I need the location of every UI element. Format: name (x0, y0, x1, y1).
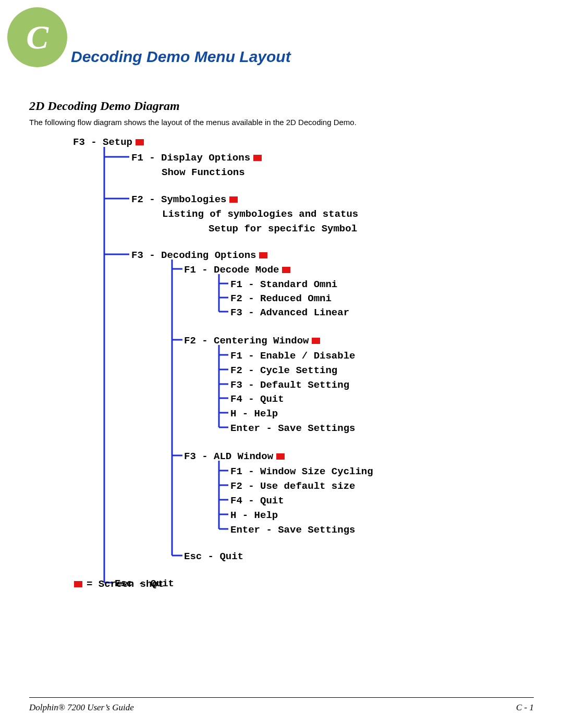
screenshot-marker-icon (259, 252, 267, 258)
tree-node-l1_f1s: Show Functions (162, 167, 245, 178)
tree-node-l1_f1: F1 - Display Options (131, 152, 262, 164)
screenshot-marker-icon (229, 196, 238, 203)
legend-text: = Screen shot (87, 578, 164, 590)
tree-node-l3_c4: H - Help (230, 510, 278, 521)
menu-tree-diagram: F3 - SetupF1 - Display OptionsShow Funct… (73, 137, 500, 579)
tree-node-l2_f1: F1 - Decode Mode (184, 264, 290, 276)
tree-node-l3_b1: F1 - Enable / Disable (230, 350, 355, 362)
intro-text: The following flow diagram shows the lay… (29, 118, 357, 127)
tree-node-root: F3 - Setup (73, 137, 144, 148)
legend: = Screen shot (74, 578, 164, 590)
screenshot-marker-icon (136, 139, 144, 145)
tree-node-l3_b5: H - Help (230, 408, 278, 419)
tree-node-l1_f2: F2 - Symbologies (131, 194, 238, 205)
tree-node-l3_a3: F3 - Advanced Linear (230, 307, 349, 318)
screenshot-marker-icon (276, 453, 285, 460)
footer-rule (29, 697, 534, 698)
tree-node-l3_b3: F3 - Default Setting (230, 379, 349, 391)
screenshot-marker-icon (253, 155, 262, 161)
tree-node-l3_b4: F4 - Quit (230, 393, 284, 405)
tree-node-l3_c1: F1 - Window Size Cycling (230, 466, 373, 477)
tree-node-l1_f3: F3 - Decoding Options (131, 250, 267, 261)
section-title: 2D Decoding Demo Diagram (29, 99, 180, 113)
tree-node-l3_c2: F2 - Use default size (230, 480, 355, 492)
appendix-badge: C (7, 7, 67, 67)
footer-left: Dolphin® 7200 User’s Guide (29, 702, 134, 713)
tree-node-l3_c3: F4 - Quit (230, 495, 284, 507)
tree-node-l3_b6: Enter - Save Settings (230, 423, 355, 434)
tree-node-l3_c5: Enter - Save Settings (230, 524, 355, 536)
tree-node-l2_f2: F2 - Centering Window (184, 335, 320, 347)
footer-right: C - 1 (516, 702, 534, 713)
screenshot-marker-icon (312, 338, 320, 344)
screenshot-marker-icon (74, 581, 82, 587)
tree-node-l3_a2: F2 - Reduced Omni (230, 293, 332, 304)
page-title: Decoding Demo Menu Layout (71, 48, 291, 66)
tree-node-l1_f2s2: Setup for specific Symbol (209, 223, 357, 235)
tree-node-l3_b2: F2 - Cycle Setting (230, 365, 337, 376)
screenshot-marker-icon (282, 267, 290, 273)
tree-node-l2_esc: Esc - Quit (184, 551, 243, 562)
tree-node-l1_f2s1: Listing of symbologies and status (162, 208, 358, 220)
tree-node-l2_f3: F3 - ALD Window (184, 451, 285, 462)
tree-node-l3_a1: F1 - Standard Omni (230, 279, 337, 290)
